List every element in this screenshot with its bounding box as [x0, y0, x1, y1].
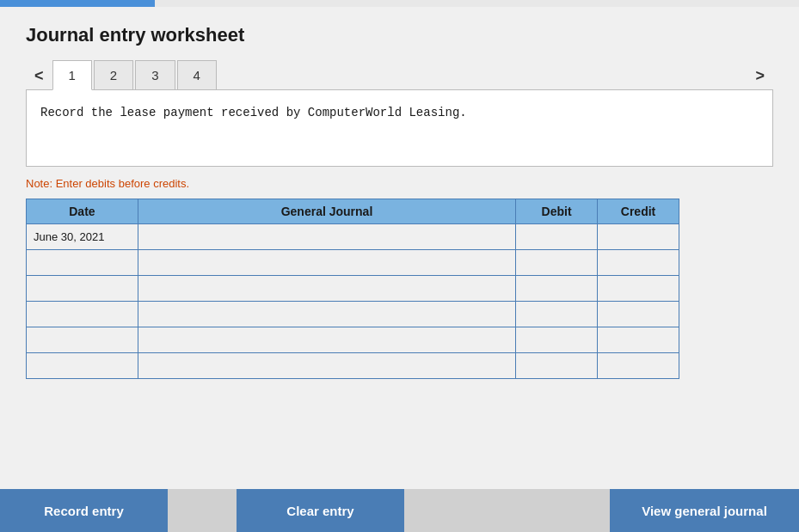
- date-cell-1: [27, 250, 138, 276]
- header-credit: Credit: [598, 199, 679, 224]
- date-cell-4: [27, 327, 138, 353]
- credit-cell-0[interactable]: [598, 224, 679, 250]
- tab-4[interactable]: 4: [177, 60, 217, 90]
- top-bar: [0, 0, 155, 7]
- debit-cell-2[interactable]: [516, 276, 598, 302]
- tab-2[interactable]: 2: [94, 60, 133, 90]
- journal-cell-5[interactable]: [138, 353, 515, 379]
- header-date: Date: [27, 199, 138, 224]
- journal-input-4[interactable]: [138, 327, 515, 352]
- table-row: [27, 302, 679, 327]
- table-row: [27, 327, 679, 353]
- journal-cell-0[interactable]: [138, 224, 515, 250]
- credit-cell-4[interactable]: [598, 327, 679, 353]
- table-row: [27, 276, 679, 302]
- credit-cell-5[interactable]: [598, 353, 679, 379]
- credit-input-4[interactable]: [598, 327, 679, 352]
- journal-cell-1[interactable]: [138, 250, 515, 276]
- next-arrow[interactable]: >: [747, 62, 773, 90]
- date-cell-0: June 30, 2021: [27, 224, 138, 250]
- record-entry-button[interactable]: Record entry: [0, 489, 168, 532]
- header-debit: Debit: [516, 199, 598, 224]
- debit-input-1[interactable]: [516, 250, 597, 275]
- main-container: Journal entry worksheet < 1 2 3 4 > Reco…: [0, 7, 799, 532]
- debit-cell-4[interactable]: [516, 327, 598, 353]
- tabs-container: < 1 2 3 4 >: [26, 60, 773, 90]
- view-general-journal-button[interactable]: View general journal: [610, 489, 799, 532]
- date-cell-5: [27, 353, 138, 379]
- table-row: [27, 353, 679, 379]
- debit-cell-1[interactable]: [516, 250, 598, 276]
- date-cell-2: [27, 276, 138, 302]
- journal-cell-3[interactable]: [138, 302, 515, 327]
- prev-arrow[interactable]: <: [26, 62, 52, 90]
- header-journal: General Journal: [138, 199, 515, 224]
- credit-input-2[interactable]: [598, 276, 679, 301]
- instruction-box: Record the lease payment received by Com…: [26, 89, 773, 167]
- journal-input-5[interactable]: [138, 353, 515, 378]
- debit-cell-0[interactable]: [516, 224, 598, 250]
- credit-cell-3[interactable]: [598, 302, 679, 327]
- bottom-spacer: [404, 489, 610, 532]
- debit-input-0[interactable]: [516, 224, 597, 249]
- debit-input-2[interactable]: [516, 276, 597, 301]
- journal-input-0[interactable]: [138, 224, 515, 249]
- page-title: Journal entry worksheet: [26, 24, 773, 46]
- credit-cell-2[interactable]: [598, 276, 679, 302]
- debit-cell-3[interactable]: [516, 302, 598, 327]
- debit-input-4[interactable]: [516, 327, 597, 352]
- bottom-bar: Record entry Clear entry View general jo…: [0, 489, 799, 532]
- credit-input-5[interactable]: [598, 353, 679, 378]
- debit-input-5[interactable]: [516, 353, 597, 378]
- instruction-text: Record the lease payment received by Com…: [40, 106, 759, 119]
- tab-3[interactable]: 3: [135, 60, 175, 90]
- journal-table: Date General Journal Debit Credit June 3…: [26, 199, 679, 379]
- journal-cell-4[interactable]: [138, 327, 515, 353]
- debit-cell-5[interactable]: [516, 353, 598, 379]
- table-row: [27, 250, 679, 276]
- journal-cell-2[interactable]: [138, 276, 515, 302]
- journal-input-1[interactable]: [138, 250, 515, 275]
- debit-input-3[interactable]: [516, 302, 597, 327]
- credit-input-3[interactable]: [598, 302, 679, 327]
- credit-cell-1[interactable]: [598, 250, 679, 276]
- journal-input-3[interactable]: [138, 302, 515, 327]
- table-row: June 30, 2021: [27, 224, 679, 250]
- credit-input-0[interactable]: [598, 224, 679, 249]
- date-cell-3: [27, 302, 138, 327]
- journal-input-2[interactable]: [138, 276, 515, 301]
- clear-entry-button[interactable]: Clear entry: [237, 489, 404, 532]
- tab-1[interactable]: 1: [52, 60, 92, 90]
- note-text: Note: Enter debits before credits.: [26, 177, 773, 190]
- credit-input-1[interactable]: [598, 250, 679, 275]
